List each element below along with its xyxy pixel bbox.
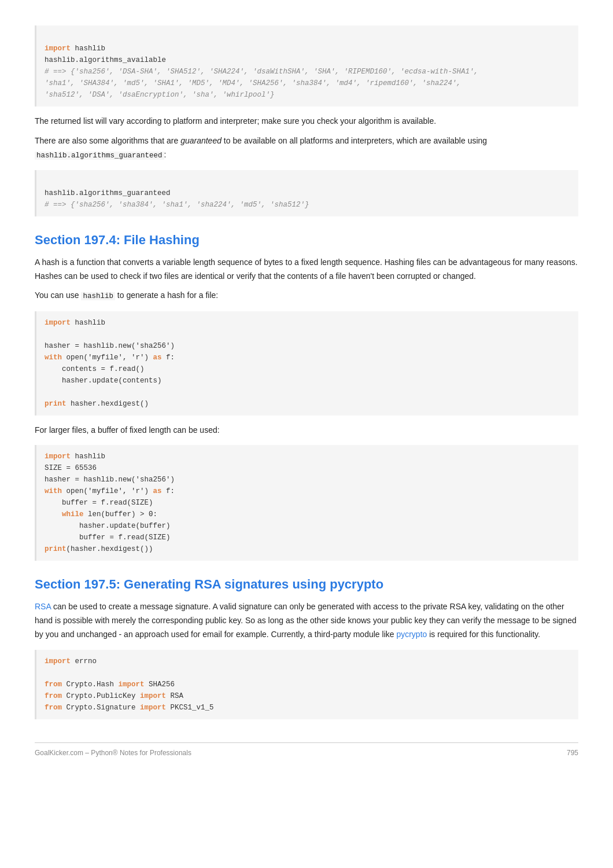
section-197-5-heading: Section 197.5: Generating RSA signatures… bbox=[35, 577, 578, 592]
keyword-import: import bbox=[45, 45, 71, 53]
code-block-4: import hashlib SIZE = 65536 hasher = has… bbox=[35, 445, 578, 561]
section-197-4-heading: Section 197.4: File Hashing bbox=[35, 233, 578, 248]
section-1-para-1: A hash is a function that converts a var… bbox=[35, 256, 578, 284]
section-1-para-2: You can use hashlib to generate a hash f… bbox=[35, 289, 578, 303]
rsa-link[interactable]: RSA bbox=[35, 602, 51, 611]
footer-left: GoalKicker.com – Python® Notes for Profe… bbox=[35, 749, 191, 757]
s1p2-code: hashlib bbox=[81, 292, 115, 300]
s1p2-before: You can use bbox=[35, 290, 81, 300]
para-1: The returned list will vary according to… bbox=[35, 115, 578, 128]
s1p2-after: to generate a hash for a file: bbox=[115, 290, 218, 300]
code-block-3: import hashlib hasher = hashlib.new('sha… bbox=[35, 311, 578, 415]
para-2-italic: guaranteed bbox=[180, 136, 221, 145]
para-2: There are also some algorithms that are … bbox=[35, 134, 578, 162]
section-2-para-1: RSA can be used to create a message sign… bbox=[35, 600, 578, 641]
para-2-end: : bbox=[164, 150, 167, 159]
footer: GoalKicker.com – Python® Notes for Profe… bbox=[35, 742, 578, 757]
code2-line1: hashlib.algorithms_guaranteed bbox=[45, 189, 171, 197]
comment-line-2: 'sha1', 'SHA384', 'md5', 'SHA1', 'MD5', … bbox=[45, 79, 461, 87]
code2-line2: # ==> {'sha256', 'sha384', 'sha1', 'sha2… bbox=[45, 201, 309, 209]
para-2-code: hashlib.algorithms_guaranteed bbox=[35, 152, 164, 160]
s2p1-end: is required for this functionality. bbox=[427, 630, 540, 639]
para-2-after: to be available on all platforms and int… bbox=[221, 136, 487, 145]
code-block-1: import hashlib hashlib.algorithms_availa… bbox=[35, 25, 578, 106]
comment-line-1: # ==> {'sha256', 'DSA-SHA', 'SHA512', 'S… bbox=[45, 68, 478, 76]
comment-line-3: 'sha512', 'DSA', 'dsaEncryption', 'sha',… bbox=[45, 91, 275, 99]
footer-right: 795 bbox=[567, 749, 578, 757]
code-block-2: hashlib.algorithms_guaranteed # ==> {'sh… bbox=[35, 170, 578, 216]
section-1-para-3: For larger files, a buffer of fixed leng… bbox=[35, 424, 578, 437]
code-block-5: import errno from Crypto.Hash import SHA… bbox=[35, 650, 578, 719]
pycrypto-link[interactable]: pycrypto bbox=[396, 630, 427, 639]
para-2-before: There are also some algorithms that are bbox=[35, 136, 180, 145]
